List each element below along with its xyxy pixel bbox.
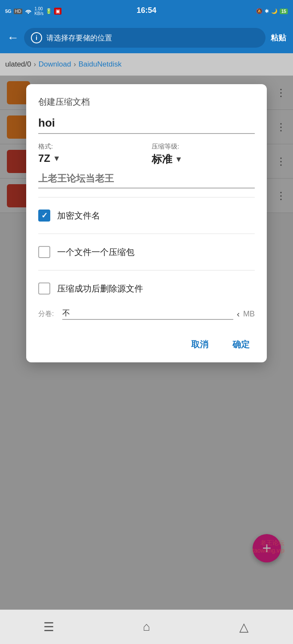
menu-button[interactable]: ☰ (36, 614, 62, 640)
bottom-nav: ☰ ⌂ △ (0, 610, 293, 644)
nav-bar: ← i 请选择存要储的位置 粘贴 (0, 22, 293, 53)
breadcrumb-sep-1: › (73, 61, 76, 68)
speed-indicator: 1.00KB/s (34, 6, 43, 16)
watermark-line1: 老王论坛 (252, 539, 284, 547)
breadcrumb-item-2[interactable]: BaiduNetdisk (79, 60, 122, 69)
password-input[interactable] (38, 173, 255, 188)
divider-3 (38, 270, 255, 270)
back-button[interactable]: ← (7, 31, 19, 45)
home-icon: ⌂ (143, 620, 150, 634)
signal-5g: 5G (5, 9, 12, 14)
format-label: 格式: (38, 143, 141, 151)
create-archive-dialog: 创建压缩文档 格式: 7Z ▼ 压缩等级: 标准 ▼ (26, 84, 267, 362)
delete-after-label: 压缩成功后删除源文件 (57, 283, 143, 295)
status-bar: 5G HD 1.00KB/s 🔋 ▣ 16:54 🔕 ✱ 🌙 15 (0, 0, 293, 22)
status-right: 🔕 ✱ 🌙 15 (256, 8, 288, 14)
home-button[interactable]: ⌂ (134, 614, 159, 640)
bell-off-icon: 🔕 (256, 8, 262, 14)
compression-select[interactable]: 标准 ▼ (152, 152, 255, 166)
confirm-button[interactable]: 确定 (227, 335, 255, 354)
status-time: 16:54 (137, 6, 156, 15)
paste-button[interactable]: 粘贴 (271, 33, 286, 43)
breadcrumb-sep-0: › (34, 61, 36, 68)
format-value: 7Z (38, 152, 50, 164)
dialog-overlay: 创建压缩文档 格式: 7Z ▼ 压缩等级: 标准 ▼ (0, 76, 293, 610)
breadcrumb-item-1[interactable]: Download (39, 60, 71, 69)
hd-icon: HD (14, 9, 22, 14)
nav-title: 请选择存要储的位置 (46, 33, 259, 43)
format-select[interactable]: 7Z ▼ (38, 152, 141, 164)
one-file-per-archive-row[interactable]: 一个文件一个压缩包 (38, 239, 255, 265)
watermark: 老王论坛 taowang.vip (252, 539, 284, 554)
status-left: 5G HD 1.00KB/s 🔋 ▣ (5, 6, 61, 16)
bluetooth-icon: ✱ (265, 8, 269, 14)
divider-2 (38, 234, 255, 234)
dialog-title: 创建压缩文档 (38, 96, 255, 108)
compression-label: 压缩等级: (152, 143, 255, 151)
compression-field: 压缩等级: 标准 ▼ (152, 143, 255, 166)
battery-indicator: 🔋 (46, 8, 52, 14)
sim-icon: ▣ (54, 8, 61, 15)
moon-icon: 🌙 (271, 8, 278, 14)
split-arrow-icon[interactable]: ‹ (237, 309, 240, 319)
one-file-per-archive-label: 一个文件一个压缩包 (57, 246, 134, 258)
wifi-icon (24, 8, 32, 15)
dialog-actions: 取消 确定 (38, 332, 255, 354)
main-content: ⋮ ⋮ ⋮ ⋮ 创建压缩文档 格式: 7Z ▼ (0, 76, 293, 610)
format-compression-row: 格式: 7Z ▼ 压缩等级: 标准 ▼ (38, 143, 255, 166)
info-icon: i (31, 32, 42, 43)
cancel-button[interactable]: 取消 (186, 335, 214, 354)
back-nav-button[interactable]: △ (231, 614, 257, 640)
split-unit: MB (243, 310, 255, 319)
back-nav-icon: △ (239, 620, 249, 634)
delete-after-checkbox[interactable] (38, 283, 50, 295)
compression-value: 标准 (152, 152, 172, 166)
divider-1 (38, 197, 255, 197)
format-dropdown-arrow: ▼ (53, 154, 61, 163)
split-volume-row: 分卷: ‹ MB (38, 301, 255, 323)
battery-level: 15 (280, 9, 288, 14)
compression-dropdown-arrow: ▼ (175, 155, 183, 164)
encrypt-filename-checkbox[interactable] (38, 210, 50, 222)
format-field: 格式: 7Z ▼ (38, 143, 141, 166)
breadcrumb-item-0[interactable]: ulated/0 (5, 60, 31, 69)
split-input[interactable] (62, 308, 233, 320)
nav-title-pill: i 请选择存要储的位置 (24, 28, 266, 48)
watermark-line2: taowang.vip (252, 547, 284, 554)
encrypt-filename-row[interactable]: 加密文件名 (38, 203, 255, 228)
breadcrumb-bar: ulated/0 › Download › BaiduNetdisk (0, 53, 293, 76)
delete-after-row[interactable]: 压缩成功后删除源文件 (38, 276, 255, 301)
split-label: 分卷: (38, 310, 59, 319)
one-file-per-archive-checkbox[interactable] (38, 246, 50, 258)
filename-input[interactable] (38, 116, 255, 134)
encrypt-filename-label: 加密文件名 (57, 210, 100, 222)
menu-icon: ☰ (43, 620, 54, 634)
